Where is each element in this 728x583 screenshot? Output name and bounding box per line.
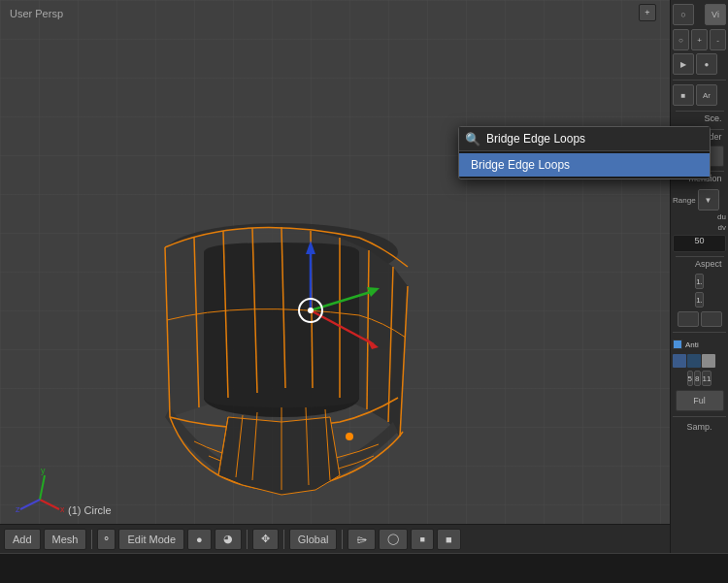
3d-object xyxy=(49,97,514,504)
toolbar-separator-3 xyxy=(283,530,284,549)
panel-icon-ar[interactable]: Ar xyxy=(696,84,717,106)
transform-manipulator-btn[interactable]: ✥ xyxy=(252,529,279,550)
sampling-label: Samp. xyxy=(686,422,711,432)
aspect-label: Aspect xyxy=(678,259,722,269)
color-swatch-row xyxy=(673,354,726,368)
svg-line-41 xyxy=(20,500,40,509)
toolbar-separator-2 xyxy=(247,530,248,549)
divider-2 xyxy=(673,332,726,333)
antialias-row: Anti xyxy=(673,340,726,349)
swatch-11[interactable] xyxy=(702,354,715,368)
scene-label: Sce. xyxy=(678,113,722,123)
pivot-btn[interactable]: ◕ xyxy=(215,529,242,550)
swatch-label-11: 11 xyxy=(702,371,712,386)
panel-section-aspect: Aspect xyxy=(676,256,724,271)
antialias-label: Anti xyxy=(685,340,699,349)
search-result-bridge-edge-loops[interactable]: Bridge Edge Loops xyxy=(459,153,710,177)
svg-text:z: z xyxy=(16,504,20,514)
main-viewport: User Persp + xyxy=(0,0,670,553)
visibility-btn[interactable]: ■ xyxy=(437,529,461,550)
bottom-toolbar: Add Mesh ⚬ Edit Mode ● ◕ ✥ Global ⌲ ◯ ■ … xyxy=(0,524,670,553)
aspect-x[interactable]: 1. xyxy=(695,274,704,289)
right-panel: ○ Vi ○ + - ▶ ● ■ Ar Sce. nder Ima. mensi… xyxy=(670,0,728,553)
swatch-label-5: 5 xyxy=(687,371,693,386)
panel-icon-1[interactable]: ○ xyxy=(673,29,689,50)
status-bar xyxy=(0,554,728,583)
svg-point-35 xyxy=(308,308,314,313)
svg-text:x: x xyxy=(60,504,64,514)
proportional-btn[interactable]: ◯ xyxy=(379,529,408,550)
range-dropdown[interactable]: ▼ xyxy=(698,189,719,211)
global-btn[interactable]: Global xyxy=(289,529,338,550)
vertex-select-btn[interactable]: ⚬ xyxy=(97,529,116,550)
svg-line-37 xyxy=(40,500,59,509)
viewport-btn-1[interactable]: + xyxy=(639,4,656,21)
search-icon: 🔍 xyxy=(465,131,480,146)
edit-mode-btn[interactable]: Edit Mode xyxy=(118,529,184,550)
aspect-y[interactable]: 1. xyxy=(695,292,704,308)
toolbar-separator-1 xyxy=(91,530,92,549)
viewport-controls: + xyxy=(639,4,656,21)
add-button[interactable]: Add xyxy=(4,529,41,550)
svg-text:y: y xyxy=(41,466,46,475)
panel-top-icons: ○ Vi xyxy=(673,4,726,25)
svg-marker-21 xyxy=(218,417,340,495)
circle-label: (1) Circle xyxy=(68,504,112,516)
svg-line-39 xyxy=(40,475,45,500)
value-50-input[interactable]: 50 xyxy=(673,235,726,252)
layers-btn[interactable]: ■ xyxy=(411,529,433,550)
panel-section-scene: Sce. xyxy=(676,111,724,125)
aspect-values: 1. xyxy=(695,274,704,289)
antialias-checkbox[interactable] xyxy=(673,340,682,349)
panel-icon-3[interactable]: - xyxy=(710,29,726,50)
panel-render-icon[interactable]: ■ xyxy=(673,84,694,106)
full-btn[interactable]: Ful xyxy=(676,390,724,411)
divider-1 xyxy=(673,80,726,81)
panel-view-icon[interactable]: Vi xyxy=(705,4,726,25)
viewport-label: User Persp xyxy=(10,8,63,19)
panel-icon-eye[interactable]: ▶ xyxy=(673,53,694,75)
swatch-5[interactable] xyxy=(673,354,686,368)
viewport-shading-btn[interactable]: ● xyxy=(187,529,212,550)
panel-icon-2[interactable]: + xyxy=(691,29,708,50)
range-label: Range xyxy=(673,196,696,205)
search-input[interactable] xyxy=(486,132,704,146)
axis-widget: x y z xyxy=(16,466,64,514)
search-results: Bridge Edge Loops xyxy=(459,151,710,178)
svg-point-36 xyxy=(346,433,353,440)
toolbar-separator-4 xyxy=(342,530,343,549)
search-popup: 🔍 Bridge Edge Loops xyxy=(458,126,711,179)
aspect-values-2: 1. xyxy=(695,292,704,308)
snap-btn[interactable]: ⌲ xyxy=(347,529,376,550)
swatch-8[interactable] xyxy=(687,354,701,368)
svg-marker-1 xyxy=(165,238,199,417)
small-btn-1[interactable] xyxy=(678,311,699,327)
dv-label: dv xyxy=(673,223,726,232)
range-row: Range ▼ xyxy=(673,189,726,211)
small-btns-row xyxy=(678,311,722,327)
small-btn-2[interactable] xyxy=(701,311,722,327)
mesh-button[interactable]: Mesh xyxy=(44,529,87,550)
panel-icon-dot[interactable]: ● xyxy=(696,53,717,75)
du-label: du xyxy=(673,212,726,221)
swatch-label-8: 8 xyxy=(694,371,700,386)
search-header: 🔍 xyxy=(459,127,710,151)
panel-camera-icon[interactable]: ○ xyxy=(673,4,694,25)
divider-3 xyxy=(673,416,726,417)
swatch-labels: 5 8 11 xyxy=(687,371,712,386)
